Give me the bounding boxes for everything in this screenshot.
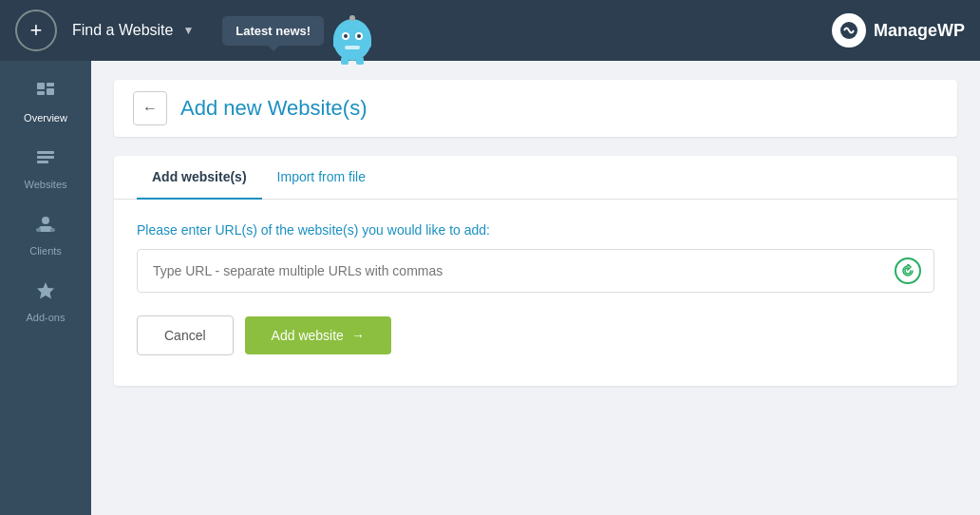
back-icon: ← (142, 100, 158, 117)
svg-rect-14 (47, 83, 54, 86)
cancel-label: Cancel (164, 328, 206, 343)
back-button[interactable]: ← (133, 91, 167, 125)
svg-rect-9 (367, 38, 371, 48)
add-circle-button[interactable]: + (15, 10, 57, 51)
arrow-icon: → (351, 328, 365, 343)
mascot (328, 11, 377, 68)
page-title-bar: ← Add new Website(s) (114, 80, 957, 137)
svg-rect-8 (333, 38, 338, 48)
tab-import-from-file-label: Import from file (277, 169, 366, 184)
refresh-icon[interactable] (895, 258, 921, 284)
sidebar-item-websites[interactable]: Websites (0, 135, 91, 201)
overview-icon (34, 80, 57, 108)
websites-icon (34, 146, 57, 175)
sidebar-item-addons[interactable]: Add-ons (0, 268, 91, 334)
sidebar-item-websites-label: Websites (24, 179, 66, 190)
card-body: Please enter URL(s) of the website(s) yo… (114, 200, 957, 386)
plus-icon: + (30, 18, 43, 43)
svg-rect-21 (39, 226, 52, 232)
tab-add-websites-label: Add website(s) (152, 169, 247, 184)
svg-rect-17 (37, 151, 54, 154)
tab-import-from-file[interactable]: Import from file (262, 156, 381, 200)
svg-point-3 (344, 34, 348, 38)
brand-logo: ManageWP (832, 13, 965, 48)
svg-rect-19 (37, 161, 48, 163)
page-title: Add new Website(s) (180, 96, 367, 121)
svg-rect-18 (37, 156, 54, 159)
add-website-label: Add website (272, 328, 344, 343)
addons-icon (34, 279, 57, 308)
top-header: + Find a Website ▼ Latest news! (0, 0, 980, 61)
sidebar-item-overview[interactable]: Overview (0, 68, 91, 135)
svg-rect-23 (50, 228, 55, 232)
button-row: Cancel Add website → (137, 315, 934, 355)
svg-point-7 (349, 15, 355, 21)
svg-point-4 (357, 34, 361, 38)
sidebar: Overview Websites Clients Add-ons (0, 61, 91, 515)
svg-rect-16 (47, 88, 54, 95)
instruction-text: Please enter URL(s) of the website(s) yo… (137, 222, 934, 238)
clients-icon (34, 213, 57, 241)
url-input-wrapper (137, 249, 934, 293)
latest-news-badge[interactable]: Latest news! (222, 16, 324, 46)
svg-point-20 (42, 217, 49, 224)
svg-rect-22 (36, 228, 41, 232)
main-layout: Overview Websites Clients Add-ons ← (0, 61, 980, 515)
sidebar-item-addons-label: Add-ons (27, 312, 66, 323)
add-website-card: Add website(s) Import from file Please e… (114, 156, 957, 386)
svg-rect-11 (356, 57, 364, 65)
svg-rect-13 (37, 83, 45, 89)
find-website-dropdown[interactable]: Find a Website ▼ (72, 22, 194, 39)
tab-add-websites[interactable]: Add website(s) (137, 156, 262, 200)
brand-name: ManageWP (874, 21, 965, 41)
sidebar-item-overview-label: Overview (24, 112, 67, 124)
sidebar-item-clients-label: Clients (29, 245, 62, 257)
svg-marker-24 (37, 282, 54, 299)
svg-rect-5 (345, 46, 360, 49)
add-website-button[interactable]: Add website → (245, 316, 391, 354)
svg-rect-15 (37, 91, 45, 95)
url-input[interactable] (137, 249, 934, 293)
chevron-down-icon: ▼ (182, 24, 194, 37)
find-website-label: Find a Website (72, 22, 173, 39)
sidebar-item-clients[interactable]: Clients (0, 201, 91, 268)
tabs: Add website(s) Import from file (114, 156, 957, 200)
latest-news-label: Latest news! (236, 24, 311, 38)
svg-rect-10 (341, 57, 349, 65)
cancel-button[interactable]: Cancel (137, 315, 234, 355)
tooltip-arrow (268, 46, 279, 51)
svg-point-0 (333, 19, 371, 61)
content-area: ← Add new Website(s) Add website(s) Impo… (91, 61, 980, 515)
logo-circle (832, 13, 866, 48)
